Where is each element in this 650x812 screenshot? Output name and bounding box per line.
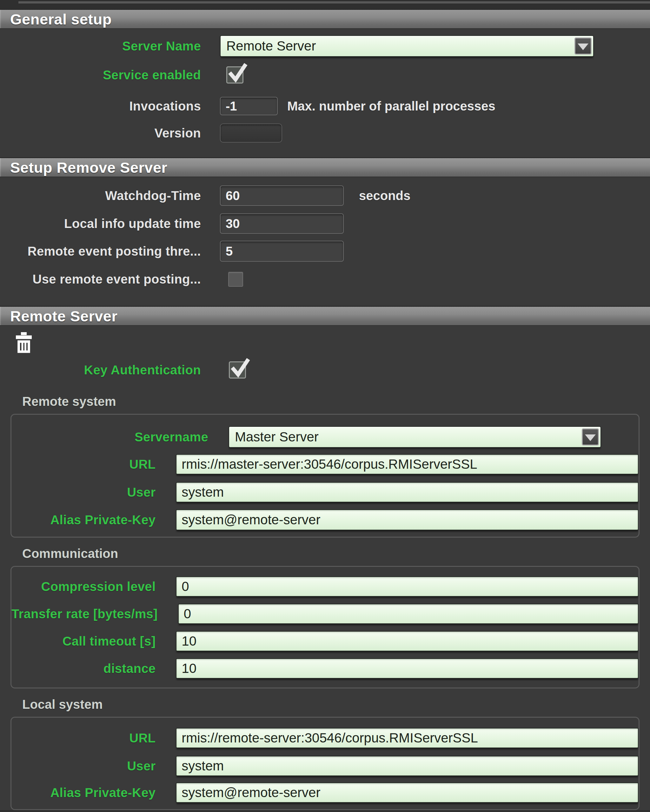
panel-top-edge — [0, 0, 650, 9]
remote-server-section: Key Authentication Remote system Servern… — [0, 332, 650, 810]
distance-label: distance — [11, 661, 155, 676]
invocations-hint: Max. number of parallel processes — [287, 99, 495, 113]
remote-event-threshold-input[interactable] — [220, 241, 344, 262]
local-user-input[interactable] — [176, 756, 639, 776]
remote-event-threshold-label: Remote event posting thre... — [0, 244, 201, 258]
call-timeout-input[interactable] — [176, 631, 639, 651]
servername-label: Servername — [11, 430, 208, 444]
delete-remote-server-button[interactable] — [13, 332, 34, 354]
local-url-row: URL — [11, 728, 639, 748]
remote-alias-private-key-input[interactable] — [176, 509, 639, 530]
server-name-row: Server Name Remote Server — [0, 35, 650, 57]
distance-input[interactable] — [176, 658, 639, 679]
trash-icon — [14, 332, 33, 353]
invocations-label: Invocations — [0, 99, 201, 113]
key-authentication-row: Key Authentication — [0, 362, 650, 379]
local-url-input[interactable] — [176, 728, 639, 748]
servername-combobox[interactable]: Master Server — [228, 426, 601, 448]
communication-group-label: Communication — [22, 546, 650, 561]
use-remote-event-posting-row: Use remote event posting... — [0, 272, 650, 306]
local-info-update-row: Local info update time — [0, 214, 650, 234]
key-authentication-checkbox[interactable] — [229, 362, 246, 379]
call-timeout-row: Call timeout [s] — [11, 631, 639, 651]
compression-level-input[interactable] — [176, 576, 639, 597]
use-remote-event-posting-checkbox[interactable] — [228, 272, 243, 287]
invocations-input[interactable] — [220, 97, 278, 115]
service-enabled-checkbox[interactable] — [226, 66, 244, 84]
watchdog-time-unit: seconds — [359, 189, 410, 203]
invocations-row: Invocations Max. number of parallel proc… — [0, 97, 650, 115]
server-name-combobox[interactable]: Remote Server — [220, 35, 594, 57]
transfer-rate-input[interactable] — [178, 604, 639, 624]
server-name-value: Remote Server — [226, 38, 316, 53]
chevron-down-icon — [578, 44, 588, 50]
setup-remove-server-header: Setup Remove Server — [0, 157, 650, 177]
servername-dropdown-button[interactable] — [582, 428, 599, 446]
remote-system-group: Servername Master Server URL User Alias … — [11, 414, 639, 537]
remote-alias-private-key-label: Alias Private-Key — [11, 513, 155, 527]
communication-group: Compression level Transfer rate [bytes/m… — [11, 566, 639, 688]
local-alias-private-key-label: Alias Private-Key — [11, 786, 155, 800]
transfer-rate-label: Transfer rate [bytes/ms] — [11, 607, 158, 621]
local-system-group-label: Local system — [22, 698, 650, 712]
settings-panel: General setup Server Name Remote Server … — [0, 0, 650, 812]
remote-user-row: User — [11, 482, 639, 502]
local-alias-private-key-input[interactable] — [176, 783, 639, 803]
version-label: Version — [0, 126, 201, 140]
version-row: Version — [0, 124, 650, 157]
local-info-update-label: Local info update time — [0, 217, 201, 231]
remote-url-row: URL — [11, 454, 639, 475]
setup-remove-server-title: Setup Remove Server — [10, 159, 167, 176]
transfer-rate-row: Transfer rate [bytes/ms] — [11, 604, 639, 624]
server-name-label: Server Name — [0, 39, 201, 53]
remote-server-title: Remote Server — [10, 307, 117, 325]
remote-user-label: User — [11, 485, 155, 499]
service-enabled-label: Service enabled — [0, 68, 201, 82]
remote-system-group-label: Remote system — [22, 394, 650, 409]
local-url-label: URL — [11, 731, 155, 745]
version-input[interactable] — [220, 124, 282, 143]
watchdog-time-row: Watchdog-Time seconds — [0, 185, 650, 206]
call-timeout-label: Call timeout [s] — [11, 634, 155, 649]
server-name-dropdown-button[interactable] — [574, 37, 592, 55]
general-setup-section: Server Name Remote Server Service enable… — [0, 35, 650, 157]
distance-row: distance — [11, 658, 639, 679]
local-user-row: User — [11, 756, 639, 776]
general-setup-header: General setup — [0, 9, 650, 29]
local-system-group: URL User Alias Private-Key — [11, 717, 639, 810]
check-icon — [228, 64, 246, 82]
remote-alias-row: Alias Private-Key — [11, 509, 639, 530]
remote-event-threshold-row: Remote event posting thre... — [0, 241, 650, 262]
local-info-update-input[interactable] — [220, 214, 344, 234]
remote-user-input[interactable] — [176, 482, 639, 502]
watchdog-time-label: Watchdog-Time — [0, 189, 201, 203]
setup-remove-server-section: Watchdog-Time seconds Local info update … — [0, 185, 650, 306]
local-user-label: User — [11, 759, 155, 773]
servername-value: Master Server — [235, 429, 319, 444]
check-icon — [230, 359, 249, 378]
service-enabled-row: Service enabled — [0, 66, 650, 84]
compression-level-row: Compression level — [11, 576, 639, 597]
panel-bottom-edge — [0, 810, 650, 812]
remote-url-label: URL — [11, 457, 155, 472]
general-setup-title: General setup — [10, 11, 112, 28]
local-alias-row: Alias Private-Key — [11, 783, 639, 803]
remote-server-header: Remote Server — [0, 306, 650, 326]
remote-url-input[interactable] — [176, 454, 639, 475]
use-remote-event-posting-label: Use remote event posting... — [0, 272, 201, 287]
servername-row: Servername Master Server — [11, 426, 639, 448]
watchdog-time-input[interactable] — [220, 185, 344, 206]
key-authentication-label: Key Authentication — [0, 363, 201, 377]
chevron-down-icon — [585, 434, 596, 441]
compression-level-label: Compression level — [11, 580, 155, 594]
